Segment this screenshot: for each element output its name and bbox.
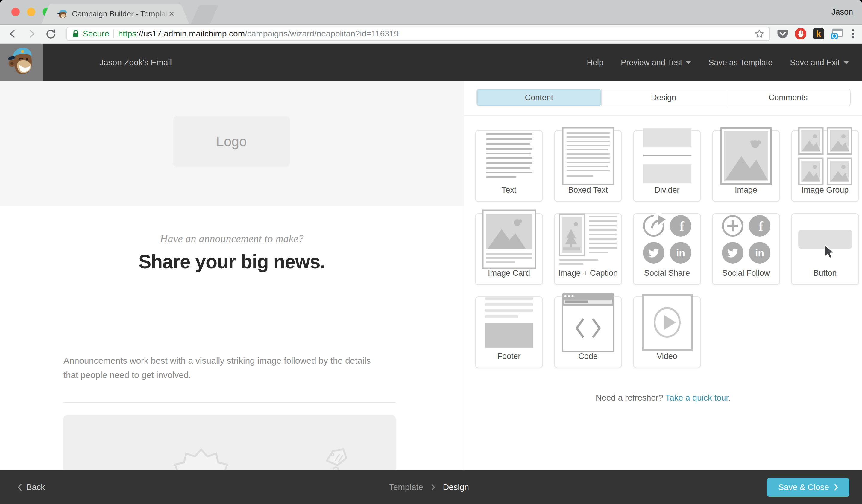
text-block-icon (486, 133, 532, 179)
block-label: Divider (634, 185, 701, 195)
block-label: Button (792, 269, 859, 278)
block-card-image[interactable]: Image (712, 130, 780, 202)
svg-text:in: in (676, 247, 685, 258)
app-header: Jason Zook's Email Help Preview and Test… (0, 44, 862, 81)
chevron-down-icon (686, 61, 691, 64)
block-card-boxed-text[interactable]: Boxed Text (554, 130, 622, 202)
sidebar-tabs: Content Design Comments (476, 89, 851, 106)
browser-profile-name[interactable]: Jason (832, 0, 853, 24)
header-nav: Help Preview and Test Save as Template S… (587, 58, 862, 67)
url-host: ://us17.admin.mailchimp.com (136, 29, 245, 38)
bookmark-button[interactable] (754, 29, 765, 39)
screenshot-extension-icon[interactable] (830, 27, 844, 40)
block-card-code[interactable]: Code (554, 296, 622, 368)
block-card-footer[interactable]: Footer (475, 296, 543, 368)
block-card-text[interactable]: Text (475, 130, 543, 202)
take-a-quick-tour-link[interactable]: Take a quick tour (665, 393, 728, 402)
wizard-footer-bar: Back Template Design Save & Close (0, 470, 862, 504)
new-tab-button[interactable] (191, 5, 219, 24)
refresher-text: Need a refresher? Take a quick tour. (464, 393, 862, 402)
back-arrow-icon (7, 28, 18, 39)
mailchimp-logo[interactable] (0, 44, 42, 81)
url-scheme: https (118, 29, 136, 38)
close-window-button[interactable] (11, 8, 20, 16)
browser-menu-icon[interactable] (849, 27, 857, 40)
adblock-extension-icon[interactable] (794, 27, 807, 40)
block-card-image-group[interactable]: Image Group (791, 130, 859, 202)
pocket-extension-icon[interactable] (776, 27, 789, 40)
forward-arrow-icon (26, 28, 37, 39)
block-card-social-share[interactable]: f in Social Share (633, 213, 701, 285)
freddie-logo-icon (8, 46, 35, 79)
breadcrumb-template[interactable]: Template (389, 482, 423, 492)
block-label: Image + Caption (554, 269, 621, 278)
svg-text:f: f (679, 219, 684, 234)
content-block-grid: Text Boxed Text Divider (475, 130, 859, 368)
tabs-divider-rule (464, 116, 862, 116)
email-image-placeholder[interactable]: 0% (64, 415, 396, 470)
url-divider (114, 29, 114, 38)
nav-help[interactable]: Help (587, 58, 604, 67)
nav-save-and-exit[interactable]: Save and Exit (790, 58, 849, 67)
chevron-down-icon (844, 61, 849, 64)
browser-toolbar: Secure https://us17.admin.mailchimp.com/… (0, 24, 862, 44)
block-card-image-card[interactable]: Image Card (475, 213, 543, 285)
account-name: Jason Zook's Email (99, 58, 172, 67)
nav-preview-and-test[interactable]: Preview and Test (621, 58, 691, 67)
block-label: Image Card (475, 269, 543, 278)
boxed-text-icon (562, 127, 614, 185)
back-button[interactable] (4, 25, 21, 42)
secure-label: Secure (83, 29, 109, 39)
block-label: Social Follow (713, 269, 779, 278)
browser-window: Campaign Builder - Template D × Jason (0, 0, 862, 504)
email-divider-rule (64, 402, 396, 402)
bookmark-star-icon (754, 29, 765, 39)
tab-close-button[interactable]: × (169, 9, 174, 18)
social-follow-icon: f in (720, 213, 773, 266)
footer-block-icon (485, 297, 533, 347)
logo-placeholder[interactable]: Logo (173, 116, 290, 167)
tab-content[interactable]: Content (477, 89, 601, 106)
block-label: Video (634, 352, 701, 361)
address-bar[interactable]: Secure https://us17.admin.mailchimp.com/… (66, 27, 770, 41)
block-card-divider[interactable]: Divider (633, 130, 701, 202)
mailchimp-favicon (57, 9, 68, 19)
block-label: Text (475, 185, 543, 195)
extension-icons: k (776, 27, 857, 40)
block-label: Social Share (634, 269, 701, 278)
block-card-social-follow[interactable]: f in Social Follow (712, 213, 780, 285)
back-step-button[interactable]: Back (17, 482, 45, 492)
svg-text:f: f (758, 219, 763, 234)
code-block-icon (562, 293, 614, 352)
doodle-percent-text: 0% (185, 467, 218, 470)
nav-save-as-template[interactable]: Save as Template (708, 58, 772, 67)
block-card-image-caption[interactable]: Image + Caption (554, 213, 622, 285)
browser-tab-strip: Campaign Builder - Template D × Jason (0, 0, 862, 24)
block-label: Image Group (792, 185, 859, 195)
mouse-cursor (824, 245, 836, 260)
forward-button[interactable] (23, 25, 40, 42)
social-share-icon: f in (640, 213, 694, 266)
secure-lock-icon (72, 29, 80, 39)
tab-design[interactable]: Design (601, 89, 726, 106)
minimize-window-button[interactable] (27, 8, 35, 16)
svg-text:k: k (816, 29, 821, 39)
email-headline[interactable]: Share your big news. (0, 251, 463, 273)
breadcrumb: Template Design (389, 482, 469, 492)
email-paragraph: Announcements work best with a visually … (64, 354, 387, 382)
k-extension-icon[interactable]: k (812, 27, 825, 40)
block-card-video[interactable]: Video (633, 296, 701, 368)
reload-button[interactable] (42, 25, 59, 42)
browser-tab[interactable]: Campaign Builder - Template D × (51, 3, 180, 24)
save-and-close-button[interactable]: Save & Close (767, 478, 849, 496)
main-area: Logo Have an announcement to make? Share… (0, 81, 862, 470)
tab-title: Campaign Builder - Template D (72, 9, 168, 18)
video-block-icon (642, 294, 693, 351)
chevron-right-icon (834, 483, 838, 491)
svg-text:in: in (755, 247, 764, 258)
url-text: https://us17.admin.mailchimp.com/campaig… (118, 29, 399, 39)
email-preview-pane: Logo Have an announcement to make? Share… (0, 81, 463, 470)
tab-comments[interactable]: Comments (726, 89, 850, 106)
email-eyebrow-text[interactable]: Have an announcement to make? (0, 233, 463, 245)
block-label: Code (554, 352, 621, 361)
